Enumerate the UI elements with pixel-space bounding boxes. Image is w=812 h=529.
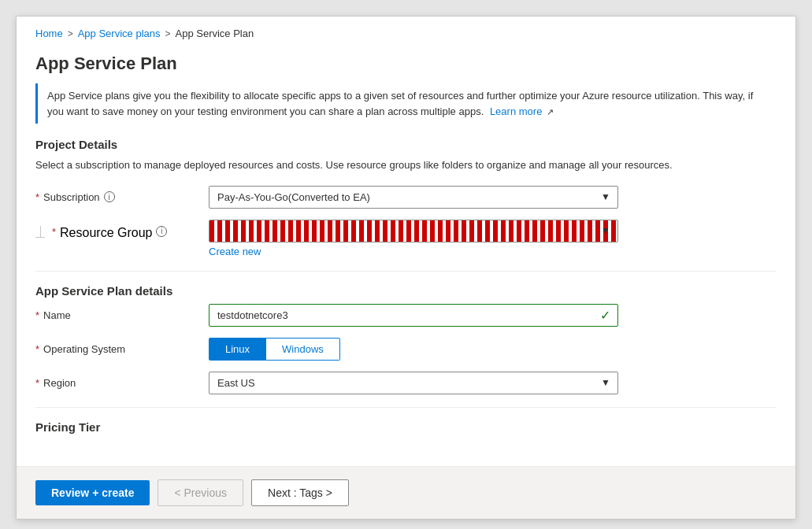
breadcrumb-home[interactable]: Home <box>35 28 63 39</box>
os-control: Linux Windows <box>209 338 618 361</box>
os-label: Operating System <box>43 343 125 355</box>
subscription-select[interactable]: Pay-As-You-Go(Converted to EA) <box>209 186 618 209</box>
main-content: App Service Plan App Service plans give … <box>17 46 795 466</box>
subscription-control: Pay-As-You-Go(Converted to EA) ▼ <box>209 186 618 209</box>
info-banner: App Service plans give you the flexibili… <box>35 83 777 124</box>
breadcrumb-sep1: > <box>68 28 73 39</box>
asp-details-title: App Service Plan details <box>35 284 777 298</box>
os-group: * Operating System Linux Windows <box>35 338 777 361</box>
subscription-label-col: * Subscription i <box>35 191 209 203</box>
section-divider-1 <box>35 271 777 272</box>
page-title: App Service Plan <box>35 54 777 74</box>
subscription-required: * <box>35 191 39 203</box>
pricing-tier-title: Pricing Tier <box>35 420 777 434</box>
pricing-tier-section: Pricing Tier <box>35 420 777 434</box>
subscription-info-icon[interactable]: i <box>104 191 115 202</box>
os-required: * <box>35 343 39 355</box>
breadcrumb: Home > App Service plans > App Service P… <box>17 17 795 46</box>
region-group: * Region East US ▼ <box>35 372 777 394</box>
subscription-select-wrapper: Pay-As-You-Go(Converted to EA) ▼ <box>209 186 618 209</box>
next-button[interactable]: Next : Tags > <box>251 479 349 506</box>
name-input-wrapper: ✓ <box>209 304 618 327</box>
rg-label-col: * Resource Group i <box>35 220 209 240</box>
learn-more-link[interactable]: Learn more <box>490 105 542 117</box>
os-linux-button[interactable]: Linux <box>209 338 266 361</box>
project-details-section: Project Details Select a subscription to… <box>35 138 777 258</box>
section-divider-2 <box>35 407 777 408</box>
name-valid-icon: ✓ <box>600 308 610 323</box>
os-windows-button[interactable]: Windows <box>266 338 340 361</box>
project-details-title: Project Details <box>35 138 777 151</box>
review-create-button[interactable]: Review + create <box>35 480 150 505</box>
rg-info-icon[interactable]: i <box>156 226 167 237</box>
region-select[interactable]: East US <box>209 372 618 394</box>
rg-label: Resource Group <box>60 226 152 240</box>
rg-required: * <box>52 226 56 238</box>
footer-bar: Review + create < Previous Next : Tags > <box>17 466 795 519</box>
name-group: * Name ✓ <box>35 304 777 327</box>
breadcrumb-sep2: > <box>165 28 170 39</box>
subscription-group: * Subscription i Pay-As-You-Go(Converted… <box>35 186 777 209</box>
name-label: Name <box>43 309 71 321</box>
rg-select[interactable]: ████████████ <box>209 220 618 242</box>
info-banner-text: App Service plans give you the flexibili… <box>47 90 753 117</box>
rg-select-wrapper: ████████████ ▼ <box>209 220 618 242</box>
previous-button: < Previous <box>158 479 243 506</box>
asp-details-section: App Service Plan details * Name ✓ * <box>35 284 777 394</box>
resource-group-group: * Resource Group i ████████████ ▼ Create… <box>35 220 777 258</box>
os-label-col: * Operating System <box>35 343 209 355</box>
region-control: East US ▼ <box>209 372 618 394</box>
region-select-wrapper: East US ▼ <box>209 372 618 394</box>
name-label-col: * Name <box>35 309 209 321</box>
breadcrumb-app-service-plans[interactable]: App Service plans <box>78 28 161 39</box>
rg-control: ████████████ ▼ Create new <box>209 220 618 258</box>
name-required: * <box>35 309 39 321</box>
os-toggle: Linux Windows <box>209 338 618 361</box>
region-label: Region <box>43 377 76 389</box>
region-required: * <box>35 377 39 389</box>
region-label-col: * Region <box>35 377 209 389</box>
name-input[interactable] <box>209 304 618 327</box>
create-new-link[interactable]: Create new <box>209 246 261 257</box>
app-window: Home > App Service plans > App Service P… <box>16 16 796 520</box>
subscription-label: Subscription <box>43 191 100 203</box>
name-control: ✓ <box>209 304 618 327</box>
external-link-icon: ↗ <box>547 107 554 117</box>
breadcrumb-current: App Service Plan <box>176 28 254 39</box>
project-details-desc: Select a subscription to manage deployed… <box>35 157 777 173</box>
